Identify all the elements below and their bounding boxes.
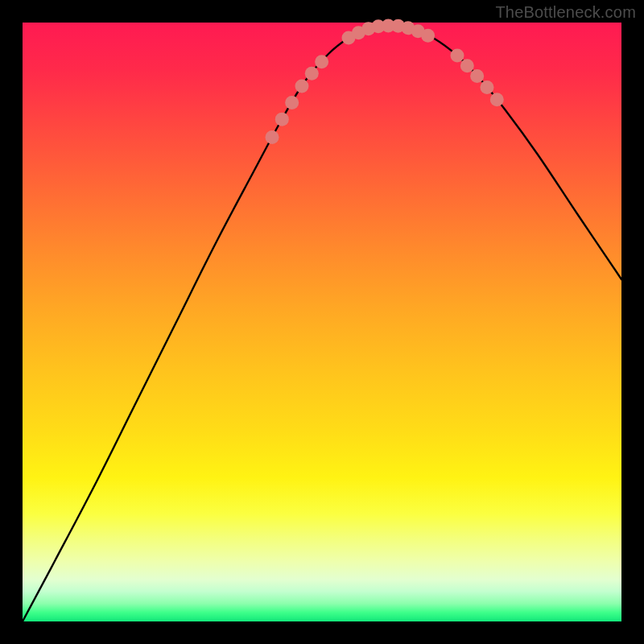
curve-marker: [275, 113, 289, 126]
curve-group: [23, 25, 621, 621]
curve-marker: [460, 59, 474, 72]
curve-marker: [305, 67, 319, 80]
curve-marker: [490, 93, 504, 106]
marker-group: [266, 19, 504, 145]
curve-marker: [480, 80, 493, 94]
curve-marker: [470, 69, 484, 83]
curve-svg: [23, 23, 621, 621]
chart-frame: TheBottleneck.com: [0, 0, 644, 644]
bottleneck-curve-path: [23, 25, 621, 621]
curve-marker: [451, 49, 464, 63]
curve-marker: [266, 130, 279, 144]
curve-marker: [421, 29, 435, 43]
curve-marker: [315, 55, 328, 68]
curve-marker: [285, 96, 299, 109]
curve-marker: [295, 80, 308, 93]
plot-area: [23, 23, 621, 621]
watermark-text: TheBottleneck.com: [495, 3, 636, 22]
